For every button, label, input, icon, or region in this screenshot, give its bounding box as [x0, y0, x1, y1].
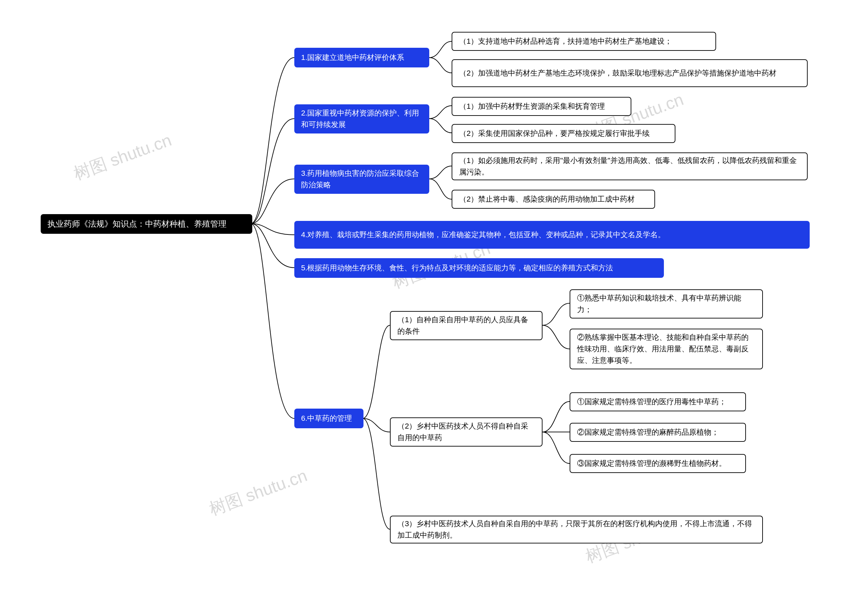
branch-1[interactable]: 1.国家建立道地中药材评价体系: [294, 48, 429, 67]
branch-3-leaf-2[interactable]: （2）禁止将中毒、感染疫病的药用动物加工成中药材: [452, 190, 655, 209]
branch-1-leaf-2-label: （2）加强道地中药材生产基地生态环境保护，鼓励采取地理标志产品保护等措施保护道地…: [459, 67, 777, 79]
root-label: 执业药师《法规》知识点：中药材种植、养殖管理: [48, 218, 226, 230]
branch-6-label: 6.中草药的管理: [301, 413, 352, 424]
branch-6-sub-1-label: （1）自种自采自用中草药的人员应具备的条件: [397, 314, 535, 337]
branch-5[interactable]: 5.根据药用动物生存环境、食性、行为特点及对环境的适应能力等，确定相应的养殖方式…: [294, 258, 664, 278]
branch-6-sub-2-leaf-2[interactable]: ②国家规定需特殊管理的麻醉药品原植物；: [570, 423, 746, 442]
branch-6-sub-2[interactable]: （2）乡村中医药技术人员不得自种自采自用的中草药: [390, 417, 543, 447]
branch-6-sub-1[interactable]: （1）自种自采自用中草药的人员应具备的条件: [390, 311, 543, 340]
branch-2-label: 2.国家重视中药材资源的保护、利用和可持续发展: [301, 108, 423, 130]
watermark: 树图 shutu.cn: [206, 464, 310, 521]
branch-6-sub-1-leaf-1-label: ①熟悉中草药知识和栽培技术、具有中草药辨识能力；: [577, 292, 756, 315]
branch-6-sub-2-label: （2）乡村中医药技术人员不得自种自采自用的中草药: [397, 420, 535, 444]
branch-6-sub-1-leaf-1[interactable]: ①熟悉中草药知识和栽培技术、具有中草药辨识能力；: [570, 289, 763, 318]
mindmap-canvas: 树图 shutu.cn 树图 shutu.cn 树图 shutu.cn 树图 s…: [0, 0, 868, 598]
branch-3[interactable]: 3.药用植物病虫害的防治应采取综合防治策略: [294, 164, 429, 194]
branch-6-sub-3[interactable]: （3）乡村中医药技术人员自种自采自用的中草药，只限于其所在的村医疗机构内使用，不…: [390, 516, 763, 543]
branch-2-leaf-1-label: （1）加强中药材野生资源的采集和抚育管理: [459, 101, 605, 112]
branch-3-leaf-1[interactable]: （1）如必须施用农药时，采用"最小有效剂量"并选用高效、低毒、低残留农药，以降低…: [452, 152, 808, 180]
branch-2-leaf-2[interactable]: （2）采集使用国家保护品种，要严格按规定履行审批手续: [452, 124, 675, 143]
branch-6-sub-1-leaf-2-label: ②熟练掌握中医基本理论、技能和自种自采中草药的性味功用、临床疗效、用法用量、配伍…: [577, 332, 756, 366]
branch-6-sub-2-leaf-3-label: ③国家规定需特殊管理的濒稀野生植物药材。: [577, 458, 726, 469]
branch-2-leaf-1[interactable]: （1）加强中药材野生资源的采集和抚育管理: [452, 97, 631, 116]
watermark: 树图 shutu.cn: [70, 129, 175, 185]
branch-3-leaf-2-label: （2）禁止将中毒、感染疫病的药用动物加工成中药材: [459, 193, 635, 205]
branch-6-sub-3-label: （3）乡村中医药技术人员自种自采自用的中草药，只限于其所在的村医疗机构内使用，不…: [397, 518, 756, 541]
branch-6-sub-2-leaf-3[interactable]: ③国家规定需特殊管理的濒稀野生植物药材。: [570, 454, 746, 473]
branch-2[interactable]: 2.国家重视中药材资源的保护、利用和可持续发展: [294, 105, 429, 133]
branch-6-sub-2-leaf-1-label: ①国家规定需特殊管理的医疗用毒性中草药；: [577, 396, 726, 408]
branch-5-label: 5.根据药用动物生存环境、食性、行为特点及对环境的适应能力等，确定相应的养殖方式…: [301, 262, 613, 274]
root-node[interactable]: 执业药师《法规》知识点：中药材种植、养殖管理: [41, 214, 252, 234]
branch-1-label: 1.国家建立道地中药材评价体系: [301, 52, 404, 63]
branch-1-leaf-2[interactable]: （2）加强道地中药材生产基地生态环境保护，鼓励采取地理标志产品保护等措施保护道地…: [452, 59, 808, 87]
branch-6[interactable]: 6.中草药的管理: [294, 409, 363, 428]
branch-3-leaf-1-label: （1）如必须施用农药时，采用"最小有效剂量"并选用高效、低毒、低残留农药，以降低…: [459, 155, 800, 178]
branch-6-sub-2-leaf-1[interactable]: ①国家规定需特殊管理的医疗用毒性中草药；: [570, 392, 746, 411]
branch-6-sub-2-leaf-2-label: ②国家规定需特殊管理的麻醉药品原植物；: [577, 426, 719, 438]
branch-6-sub-1-leaf-2[interactable]: ②熟练掌握中医基本理论、技能和自种自采中草药的性味功用、临床疗效、用法用量、配伍…: [570, 329, 763, 369]
branch-1-leaf-1-label: （1）支持道地中药材品种选育，扶持道地中药材生产基地建设；: [459, 36, 672, 47]
branch-1-leaf-1[interactable]: （1）支持道地中药材品种选育，扶持道地中药材生产基地建设；: [452, 32, 716, 51]
branch-4-label: 4.对养殖、栽培或野生采集的药用动植物，应准确鉴定其物种，包括亚种、变种或品种，…: [301, 229, 665, 241]
branch-3-label: 3.药用植物病虫害的防治应采取综合防治策略: [301, 168, 423, 191]
branch-2-leaf-2-label: （2）采集使用国家保护品种，要严格按规定履行审批手续: [459, 128, 650, 139]
branch-4[interactable]: 4.对养殖、栽培或野生采集的药用动植物，应准确鉴定其物种，包括亚种、变种或品种，…: [294, 221, 810, 249]
